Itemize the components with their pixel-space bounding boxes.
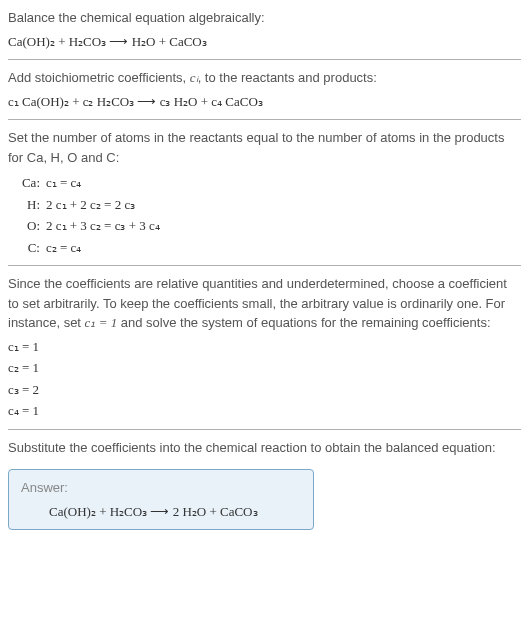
stoich-section: Add stoichiometric coefficients, cᵢ, to …	[8, 68, 521, 111]
divider	[8, 59, 521, 60]
atoms-table: Ca: c₁ = c₄ H: 2 c₁ + 2 c₂ = 2 c₃ O: 2 c…	[8, 173, 521, 257]
coeff-item: c₁ = 1	[8, 337, 521, 357]
atoms-section: Set the number of atoms in the reactants…	[8, 128, 521, 257]
answer-box: Answer: Ca(OH)₂ + H₂CO₃ ⟶ 2 H₂O + CaCO₃	[8, 469, 314, 530]
coeff-item: c₃ = 2	[8, 380, 521, 400]
atom-label: H:	[8, 195, 40, 215]
answer-equation: Ca(OH)₂ + H₂CO₃ ⟶ 2 H₂O + CaCO₃	[21, 502, 301, 522]
coeff-list: c₁ = 1 c₂ = 1 c₃ = 2 c₄ = 1	[8, 337, 521, 421]
divider	[8, 429, 521, 430]
intro-text: Balance the chemical equation algebraica…	[8, 8, 521, 28]
choose-text-part2: and solve the system of equations for th…	[117, 315, 490, 330]
atom-label: Ca:	[8, 173, 40, 193]
substitute-section: Substitute the coefficients into the che…	[8, 438, 521, 531]
stoich-text: Add stoichiometric coefficients, cᵢ, to …	[8, 68, 521, 88]
intro-equation: Ca(OH)₂ + H₂CO₃ ⟶ H₂O + CaCO₃	[8, 32, 521, 52]
choose-section: Since the coefficients are relative quan…	[8, 274, 521, 421]
atom-eq: c₁ = c₄	[46, 173, 521, 193]
stoich-var: cᵢ	[190, 70, 198, 85]
atom-eq: 2 c₁ + 2 c₂ = 2 c₃	[46, 195, 521, 215]
choose-text: Since the coefficients are relative quan…	[8, 274, 521, 333]
choose-var: c₁ = 1	[85, 315, 118, 330]
stoich-equation: c₁ Ca(OH)₂ + c₂ H₂CO₃ ⟶ c₃ H₂O + c₄ CaCO…	[8, 92, 521, 112]
stoich-text-part1: Add stoichiometric coefficients,	[8, 70, 190, 85]
divider	[8, 265, 521, 266]
intro-section: Balance the chemical equation algebraica…	[8, 8, 521, 51]
atom-label: O:	[8, 216, 40, 236]
atom-eq: 2 c₁ + 3 c₂ = c₃ + 3 c₄	[46, 216, 521, 236]
atoms-text: Set the number of atoms in the reactants…	[8, 128, 521, 167]
divider	[8, 119, 521, 120]
substitute-text: Substitute the coefficients into the che…	[8, 438, 521, 458]
coeff-item: c₄ = 1	[8, 401, 521, 421]
atom-label: C:	[8, 238, 40, 258]
answer-label: Answer:	[21, 478, 301, 498]
stoich-text-part2: , to the reactants and products:	[198, 70, 377, 85]
atom-eq: c₂ = c₄	[46, 238, 521, 258]
coeff-item: c₂ = 1	[8, 358, 521, 378]
